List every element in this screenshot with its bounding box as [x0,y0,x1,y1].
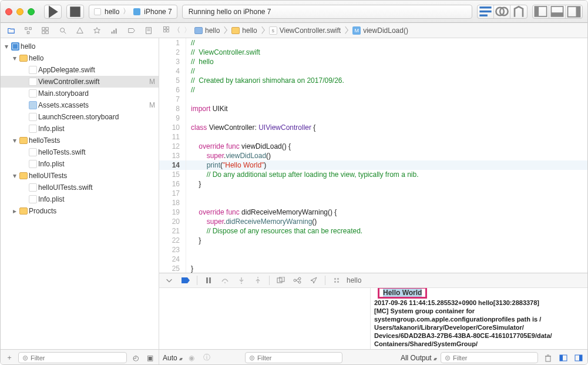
print-description-icon[interactable]: ⓘ [201,353,212,363]
variables-filter[interactable]: ⊜ [245,352,342,363]
tree-row[interactable]: helloUITests.swift [1,182,159,193]
console-filter[interactable]: ⊜ [441,352,538,363]
history-forward-icon[interactable]: 〉 [184,25,191,35]
project-navigator-tab[interactable] [3,24,19,37]
code-line[interactable]: 11 [159,132,587,142]
clear-console-icon[interactable] [543,353,553,363]
minimize-window-button[interactable] [16,8,23,15]
quicklook-icon[interactable]: ◉ [186,353,197,363]
issue-navigator-tab[interactable] [72,24,88,37]
breakpoint-navigator-tab[interactable] [123,24,139,37]
tree-row[interactable]: ▾hello [1,41,159,52]
debug-target-label[interactable]: hello [347,276,361,284]
related-items-icon[interactable] [163,26,170,35]
jump-bar[interactable]: 〈 〉 hello hello sViewController.swift Mv… [159,23,587,38]
symbol-navigator-tab[interactable] [38,24,53,37]
code-line[interactable]: 19 override func didReceiveMemoryWarning… [159,207,587,217]
project-navigator[interactable]: ▾hello▾helloAppDelegate.swiftViewControl… [1,38,159,349]
step-over-icon[interactable] [219,275,231,286]
breakpoints-toggle-icon[interactable] [179,275,192,286]
scheme-selector[interactable]: hello 〉 iPhone 7 [89,5,177,19]
show-console-pane-icon[interactable] [573,353,584,363]
debug-view-hierarchy-icon[interactable] [274,275,287,286]
disclosure-icon[interactable]: ▾ [11,54,18,62]
code-line[interactable]: 7 [159,95,587,104]
tree-row[interactable]: ▾hello [1,52,159,64]
close-window-button[interactable] [5,8,12,15]
editor-mode-segmented[interactable] [477,5,527,19]
tree-row[interactable]: Info.plist [1,158,159,170]
tree-row[interactable]: Info.plist [1,123,159,135]
tree-row[interactable]: AppDelegate.swift [1,64,159,76]
tree-row[interactable]: ViewController.swiftM [1,76,159,88]
tree-row[interactable]: helloTests.swift [1,146,159,158]
disclosure-icon[interactable]: ▾ [11,136,18,145]
toggle-debug-icon[interactable] [549,5,566,18]
report-navigator-tab[interactable] [141,24,157,37]
tree-row[interactable]: ▸Products [1,205,159,217]
console-output-selector[interactable]: All Output ▴▾ [401,354,436,362]
hide-debug-icon[interactable] [163,275,176,286]
step-into-icon[interactable] [235,275,248,286]
crumb-symbol-label[interactable]: viewDidLoad() [363,26,408,35]
tree-row[interactable]: ▾helloUITests [1,170,159,182]
show-variables-pane-icon[interactable] [558,353,569,363]
navigator-filter-input[interactable] [31,354,123,361]
code-line[interactable]: 23 [159,245,587,255]
tree-row[interactable]: Main.storyboard [1,88,159,99]
console-filter-input[interactable] [453,354,534,361]
tree-row[interactable]: Info.plist [1,193,159,205]
tree-row[interactable]: ▾helloTests [1,135,159,146]
code-line[interactable]: 1// [159,38,587,48]
add-button[interactable]: ＋ [4,353,15,363]
run-button[interactable] [44,5,62,19]
crumb-group-label[interactable]: hello [242,26,257,35]
step-out-icon[interactable] [251,275,264,286]
variables-scope-selector[interactable]: Auto ▴▾ [163,354,182,362]
find-navigator-tab[interactable] [55,24,70,37]
code-line[interactable]: 9 [159,113,587,123]
debug-memory-graph-icon[interactable] [291,275,304,286]
code-line[interactable]: 12 override func viewDidLoad() { [159,142,587,151]
code-line[interactable]: 18 [159,198,587,207]
scm-filter-icon[interactable]: ▣ [145,353,155,363]
code-line[interactable]: 13 super.viewDidLoad() [159,151,587,160]
code-line[interactable]: 5// Created by takanori shimohara on 201… [159,76,587,85]
simulate-location-icon[interactable] [307,275,320,286]
assistant-editor-icon[interactable] [494,5,510,18]
crumb-project-label[interactable]: hello [205,26,220,35]
tree-row[interactable]: Assets.xcassetsM [1,99,159,111]
version-editor-icon[interactable] [510,5,527,18]
code-line[interactable]: 21 // Dispose of any resources that can … [159,226,587,236]
code-line[interactable]: 14 print("Hello World") [159,160,587,170]
crumb-file-label[interactable]: ViewController.swift [280,26,341,35]
recent-filter-icon[interactable]: ◴ [130,353,141,363]
panel-toggle-segmented[interactable] [532,5,583,19]
process-icon[interactable] [330,275,343,286]
history-back-icon[interactable]: 〈 [173,25,180,35]
code-line[interactable]: 3// hello [159,57,587,66]
code-line[interactable]: 15 // Do any additional setup after load… [159,170,587,179]
code-line[interactable]: 20 super.didReceiveMemoryWarning() [159,217,587,226]
code-line[interactable]: 16 } [159,179,587,189]
toggle-utilities-icon[interactable] [566,5,582,18]
code-line[interactable]: 4// [159,66,587,76]
code-line[interactable]: 22 } [159,236,587,245]
pause-icon[interactable] [202,275,215,286]
tree-row[interactable]: LaunchScreen.storyboard [1,111,159,123]
zoom-window-button[interactable] [28,8,35,15]
disclosure-icon[interactable]: ▾ [3,42,10,51]
toggle-navigator-icon[interactable] [533,5,549,18]
code-line[interactable]: 8import UIKit [159,104,587,113]
code-line[interactable]: 6// [159,85,587,95]
variables-filter-input[interactable] [257,354,338,361]
code-line[interactable]: 24 [159,255,587,264]
code-line[interactable]: 25} [159,264,587,273]
code-line[interactable]: 17 [159,189,587,198]
navigator-filter[interactable]: ⊜ [18,352,127,363]
standard-editor-icon[interactable] [478,5,494,18]
test-navigator-tab[interactable] [89,24,105,37]
variables-view[interactable] [159,288,371,349]
code-line[interactable]: 10class ViewController: UIViewController… [159,123,587,132]
source-control-navigator-tab[interactable] [20,24,36,37]
